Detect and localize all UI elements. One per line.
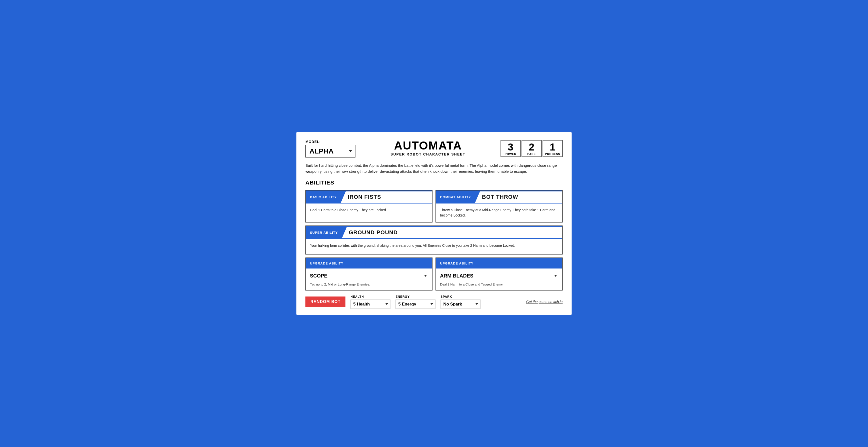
stat-pace: 2 PACE — [522, 140, 541, 157]
super-ability-type: SUPER ABILITY — [306, 227, 342, 238]
ability-row-3: UPGRADE ABILITY SCOPE ARMOR PLATING ROCK… — [305, 257, 563, 290]
game-subtitle: SUPER ROBOT CHARACTER SHEET — [391, 152, 466, 156]
model-section: MODEL: ALPHA BETA GAMMA DELTA — [305, 140, 355, 158]
super-ability-header: SUPER ABILITY GROUND POUND — [306, 226, 562, 239]
super-ability-name-area: GROUND POUND — [342, 227, 562, 238]
random-bot-button[interactable]: RANDOM BOT — [305, 296, 345, 307]
upgrade-type-label-2: UPGRADE ABILITY — [440, 261, 473, 265]
pace-value: 2 — [523, 142, 540, 152]
upgrade-description-2: Deal 2 Harm to a Close and Tagged Enemy. — [440, 282, 558, 287]
combat-ability-name-area: BOT THROW — [475, 191, 562, 203]
upgrade-body-2: ARM BLADES SCOPE ARMOR PLATING ROCKET BO… — [436, 268, 562, 290]
basic-ability-name-area: IRON FISTS — [341, 191, 432, 203]
basic-ability-type: BASIC ABILITY — [306, 192, 341, 202]
ability-row-2: SUPER ABILITY GROUND POUND Your hulking … — [305, 225, 563, 255]
combat-ability-name: BOT THROW — [482, 194, 518, 200]
abilities-heading: ABILITIES — [305, 180, 563, 186]
basic-ability-header: BASIC ABILITY IRON FISTS — [306, 191, 432, 203]
basic-ability-description: Deal 1 Harm to a Close Enemy. They are L… — [306, 203, 432, 219]
combat-ability-type: COMBAT ABILITY — [436, 192, 475, 202]
model-select[interactable]: ALPHA BETA GAMMA DELTA — [305, 145, 355, 158]
upgrade-header-2: UPGRADE ABILITY — [436, 258, 562, 268]
upgrade-body-1: SCOPE ARMOR PLATING ROCKET BOOTS SHIELD … — [306, 268, 432, 290]
title-section: AUTOMATA SUPER ROBOT CHARACTER SHEET — [391, 140, 466, 156]
process-value: 1 — [544, 142, 561, 152]
energy-select[interactable]: 1 Energy 2 Energy 3 Energy 4 Energy 5 En… — [396, 299, 435, 309]
super-ability-card: SUPER ABILITY GROUND POUND Your hulking … — [305, 225, 563, 255]
stat-power: 3 POWER — [500, 140, 521, 157]
upgrade-header-1: UPGRADE ABILITY — [306, 258, 432, 268]
upgrade-card-1: UPGRADE ABILITY SCOPE ARMOR PLATING ROCK… — [305, 257, 433, 290]
character-description: Built for hard hitting close combat, the… — [305, 162, 563, 174]
combat-ability-card: COMBAT ABILITY BOT THROW Throw a Close E… — [435, 190, 563, 223]
upgrade-select-1[interactable]: SCOPE ARMOR PLATING ROCKET BOOTS SHIELD — [310, 272, 428, 280]
basic-ability-name: IRON FISTS — [348, 194, 381, 200]
combat-ability-header: COMBAT ABILITY BOT THROW — [436, 191, 562, 203]
itch-link[interactable]: Get the game on Itch.io — [526, 300, 563, 304]
abilities-grid: BASIC ABILITY IRON FISTS Deal 1 Harm to … — [305, 190, 563, 290]
ability-row-1: BASIC ABILITY IRON FISTS Deal 1 Harm to … — [305, 190, 563, 223]
health-select[interactable]: 1 Health 2 Health 3 Health 4 Health 5 He… — [350, 299, 391, 309]
character-sheet: MODEL: ALPHA BETA GAMMA DELTA AUTOMATA S… — [297, 132, 571, 315]
energy-label: ENERGY — [396, 295, 435, 298]
upgrade-card-2: UPGRADE ABILITY ARM BLADES SCOPE ARMOR P… — [435, 257, 563, 290]
upgrade-select-2[interactable]: ARM BLADES SCOPE ARMOR PLATING ROCKET BO… — [440, 272, 558, 280]
power-label: POWER — [502, 153, 519, 156]
process-label: PROCESS — [544, 153, 561, 156]
health-group: HEALTH 1 Health 2 Health 3 Health 4 Heal… — [350, 295, 391, 309]
spark-label: SPARK — [440, 295, 480, 298]
combat-ability-description: Throw a Close Enemy at a Mid-Range Enemy… — [436, 203, 562, 222]
pace-label: PACE — [523, 153, 540, 156]
health-label: HEALTH — [350, 295, 391, 298]
model-label: MODEL: — [305, 140, 355, 144]
spark-select[interactable]: No Spark 1 Spark 2 Spark 3 Spark — [440, 299, 480, 309]
upgrade-type-label-1: UPGRADE ABILITY — [310, 261, 343, 265]
upgrade-description-1: Tag up to 2, Mid or Long-Range Enemies. — [310, 282, 428, 287]
stats-section: 3 POWER 2 PACE 1 PROCESS — [500, 140, 563, 157]
stat-process: 1 PROCESS — [542, 140, 563, 157]
spark-group: SPARK No Spark 1 Spark 2 Spark 3 Spark — [440, 295, 480, 309]
header: MODEL: ALPHA BETA GAMMA DELTA AUTOMATA S… — [305, 140, 563, 158]
footer-selects: HEALTH 1 Health 2 Health 3 Health 4 Heal… — [350, 295, 521, 309]
energy-group: ENERGY 1 Energy 2 Energy 3 Energy 4 Ener… — [396, 295, 435, 309]
power-value: 3 — [502, 142, 519, 152]
footer: RANDOM BOT HEALTH 1 Health 2 Health 3 He… — [305, 295, 563, 309]
game-title: AUTOMATA — [391, 140, 466, 151]
super-ability-name: GROUND POUND — [349, 229, 398, 236]
basic-ability-card: BASIC ABILITY IRON FISTS Deal 1 Harm to … — [305, 190, 433, 223]
super-ability-description: Your hulking form collides with the grou… — [306, 239, 562, 254]
